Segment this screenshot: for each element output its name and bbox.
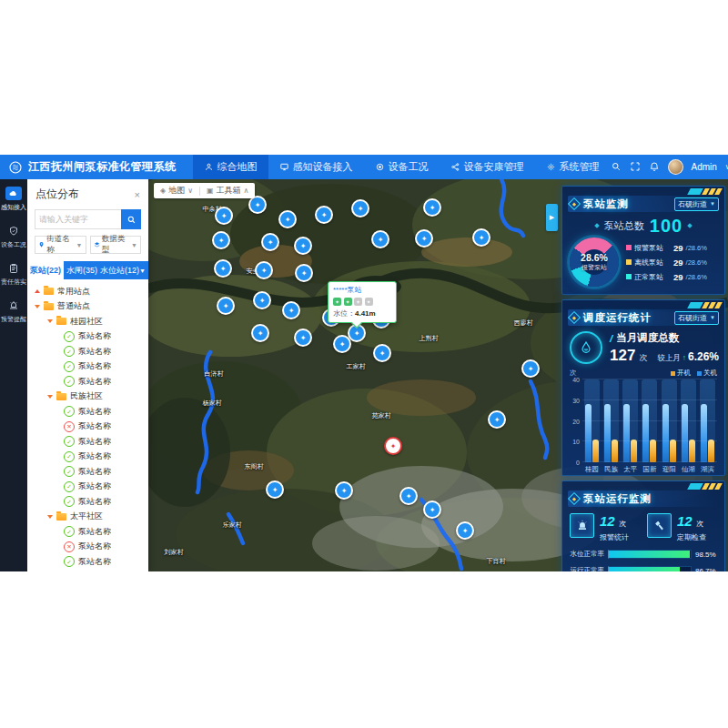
tree-station-row[interactable]: ✓泵站名称 [29, 494, 147, 510]
data-type-select[interactable]: 数据类型 ▼ [90, 236, 142, 254]
map-marker-pump[interactable]: ✦ [282, 301, 300, 319]
map-marker-pump[interactable]: ✦ [294, 237, 312, 255]
tab-water-level-stations[interactable]: 水位站(12) [100, 261, 139, 279]
tree-expand-arrow-icon[interactable] [35, 305, 40, 308]
bar-group[interactable] [642, 379, 657, 462]
map-marker-pump[interactable]: ✦ [415, 229, 433, 248]
layers-icon [94, 241, 100, 248]
tree-expand-arrow-icon[interactable] [47, 395, 53, 399]
tree-station-row[interactable]: ✕泵站名称 [29, 420, 147, 435]
map-marker-pump[interactable]: ✦ [456, 521, 474, 540]
user-name[interactable]: Admin [692, 162, 717, 172]
tree-expand-arrow-icon[interactable] [47, 515, 53, 519]
search-icon[interactable] [611, 161, 622, 174]
map-marker-pump[interactable]: ✦ [253, 291, 271, 309]
tree-station-row[interactable]: ✓泵站名称 [29, 524, 147, 540]
bar-group[interactable] [584, 379, 600, 462]
map-marker-pump[interactable]: ✦ [335, 481, 353, 500]
street-filter-value: 石砚街道 [678, 199, 707, 209]
map-marker-pump[interactable]: ✦ [215, 207, 233, 225]
nav-tab-system-mgmt[interactable]: 系统管理 [535, 155, 611, 179]
map-marker-pump[interactable]: ✦ [214, 259, 232, 278]
nav-tab-label: 感知设备接入 [293, 160, 353, 174]
chevron-down-icon[interactable]: ▼ [139, 261, 148, 279]
rail-item-perception-access[interactable]: 感知接入 [0, 187, 27, 212]
bar-group[interactable] [622, 379, 638, 462]
map-marker-pump[interactable]: ✦ [488, 410, 506, 429]
tree-station-row[interactable]: ✓泵站名称 [29, 464, 147, 480]
main-nav: 综合地图 感知设备接入 设备工况 设备安康管理 系统管理 [193, 155, 611, 179]
bar-group[interactable] [700, 379, 715, 462]
street-name-select[interactable]: 街道名称 ▼ [35, 236, 86, 254]
chevron-down-icon: ∨ [187, 187, 193, 195]
tab-pump-stations[interactable]: 泵站(22) [27, 261, 64, 279]
map-marker-pump[interactable]: ✦ [423, 500, 441, 519]
toolbox-toggle[interactable]: ▣ 工具箱 ∧ [207, 185, 248, 197]
rail-item-responsibility[interactable]: 责任落实 [0, 261, 27, 287]
x-axis-label: 太平 [622, 465, 638, 474]
tree-expand-arrow-icon[interactable] [47, 319, 53, 323]
tree-station-row[interactable]: ✓泵站名称 [29, 344, 147, 359]
map-place-label: 东阁村 [245, 462, 264, 471]
fullscreen-icon[interactable] [630, 161, 641, 174]
tree-station-row[interactable]: ✓泵站名称 [29, 570, 147, 572]
nav-tab-device-status[interactable]: 设备工况 [364, 155, 440, 179]
tree-station-row[interactable]: ✓泵站名称 [29, 359, 147, 375]
bar-group[interactable] [681, 379, 696, 462]
tree-station-row[interactable]: ✓泵站名称 [29, 374, 147, 389]
tree-folder-row[interactable]: 普通站点 [29, 299, 147, 315]
map-marker-pump[interactable]: ✦ [472, 228, 490, 247]
street-filter-dropdown[interactable]: 石砚街道 ▼ [674, 197, 719, 211]
user-avatar[interactable] [668, 159, 683, 175]
map-marker-pump[interactable]: ✦ [217, 297, 235, 315]
nav-tab-device-access[interactable]: 感知设备接入 [268, 155, 364, 179]
map-marker-pump[interactable]: ✦ [248, 196, 267, 214]
tree-folder-row[interactable]: 常用站点 [29, 284, 147, 299]
tree-folder-row[interactable]: 桂园社区 [29, 314, 147, 329]
tree-station-row[interactable]: ✓泵站名称 [29, 480, 147, 495]
map-marker-pump[interactable]: ✦ [315, 206, 333, 224]
map-marker-pump[interactable]: ✦ [373, 344, 391, 362]
search-button[interactable] [121, 209, 141, 229]
close-icon[interactable]: × [135, 189, 140, 200]
map-marker-pump[interactable]: ✦ [266, 480, 284, 499]
map-marker-pump[interactable]: ✦ [212, 231, 230, 249]
map-marker-pump[interactable]: ✦ [255, 261, 273, 279]
map-marker-pump[interactable]: ✦ [333, 335, 351, 353]
map-marker-pump[interactable]: ✦ [251, 324, 269, 342]
nav-tab-map[interactable]: 综合地图 [193, 155, 268, 179]
rail-item-device-status[interactable]: 设备工况 [0, 224, 27, 249]
tree-station-row[interactable]: ✓泵站名称 [29, 329, 147, 345]
tree-station-row[interactable]: ✓泵站名称 [29, 434, 147, 450]
map-marker-pump[interactable]: ✦ [399, 487, 418, 505]
bar-group[interactable] [662, 379, 677, 462]
bar-group[interactable] [603, 379, 619, 462]
map-marker-pump[interactable]: ✦ [423, 198, 441, 217]
tree-folder-row[interactable]: 民族社区 [29, 389, 147, 405]
tree-expand-arrow-icon[interactable] [35, 289, 40, 293]
pump-monitor-section: 泵站监测 石砚街道 ▼ 泵站总数 100 28.6% [561, 186, 725, 295]
map-marker-pump[interactable]: ✦ [521, 359, 540, 378]
tree-station-row[interactable]: ✓泵站名称 [29, 404, 147, 420]
map-marker-pump[interactable]: ✦ [351, 199, 369, 217]
keyword-search-input[interactable] [35, 209, 121, 229]
map-marker-pump[interactable]: ✦ [278, 210, 297, 228]
chevron-down-icon: ▼ [76, 242, 83, 248]
legend-value: 29 [673, 243, 683, 253]
rail-item-alerts[interactable]: 预警提醒 [0, 298, 27, 324]
map-marker-pump[interactable]: ✦ [294, 329, 312, 347]
tree-folder-row[interactable]: 太平社区 [29, 510, 147, 525]
tree-station-row[interactable]: ✕泵站名称 [29, 540, 147, 555]
tree-station-row[interactable]: ✓泵站名称 [29, 450, 147, 465]
bell-icon[interactable] [649, 161, 660, 174]
nav-tab-health-mgmt[interactable]: 设备安康管理 [440, 155, 535, 179]
panel-collapse-toggle[interactable]: ▶ [546, 204, 558, 231]
map-marker-pump[interactable]: ✦ [295, 264, 313, 282]
map-marker-pump[interactable]: ✦ [371, 230, 389, 248]
map-layer-switch[interactable]: ◈ 地图 ∨ [160, 185, 193, 197]
tab-sluice-gates[interactable]: 水闸(35) [64, 261, 100, 279]
map-marker-pump[interactable]: ✦ [261, 233, 279, 251]
tree-station-row[interactable]: ✓泵站名称 [29, 554, 147, 570]
street-filter-dropdown[interactable]: 石砚街道 ▼ [674, 311, 719, 325]
map-marker-alarm[interactable]: ✦ [384, 437, 402, 455]
